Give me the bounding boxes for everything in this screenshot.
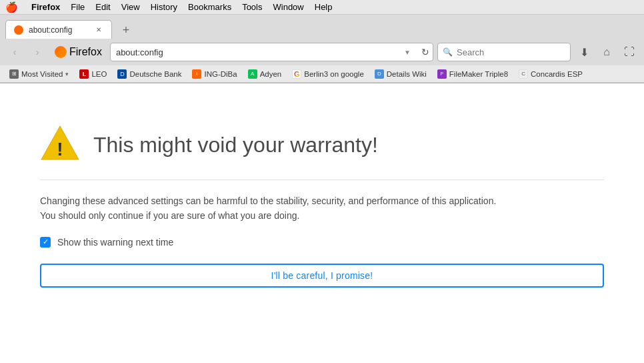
- home-icon: ⌂: [603, 46, 610, 58]
- app-name: Firefox: [31, 2, 60, 12]
- warning-title: This might void your warranty!: [93, 132, 378, 157]
- bookmark-deutsche-bank[interactable]: D Deutsche Bank: [113, 68, 185, 80]
- download-button[interactable]: ⬇: [575, 43, 593, 61]
- search-input[interactable]: [437, 43, 571, 61]
- deutsche-favicon: D: [117, 69, 127, 79]
- search-bar-container: 🔍: [437, 43, 571, 61]
- reload-button[interactable]: ↻: [421, 47, 429, 57]
- concardis-label: Concardis ESP: [531, 70, 583, 78]
- warning-triangle-icon: !: [40, 123, 80, 163]
- google-favicon: G: [292, 69, 301, 79]
- bookmark-adyen[interactable]: A Adyen: [244, 68, 286, 80]
- warning-body: Changing these advanced settings can be …: [40, 194, 547, 224]
- leo-favicon: L: [79, 69, 89, 79]
- menu-history[interactable]: History: [151, 2, 177, 12]
- expand-icon: ⛶: [624, 46, 635, 58]
- most-visited-arrow-icon: ▾: [65, 71, 69, 77]
- home-button[interactable]: ⌂: [597, 43, 616, 61]
- menu-bookmarks[interactable]: Bookmarks: [188, 2, 231, 12]
- back-button[interactable]: ‹: [5, 43, 24, 61]
- search-icon: 🔍: [443, 47, 453, 57]
- menu-tools[interactable]: Tools: [242, 2, 262, 12]
- warning-icon-wrap: !: [40, 123, 80, 166]
- tab-bar: about:config ✕ +: [0, 15, 644, 39]
- warning-body-line2: You should only continue if you are sure…: [40, 210, 299, 221]
- page-content: ! This might void your warranty! Changin…: [0, 83, 644, 363]
- svg-text:!: !: [57, 139, 63, 159]
- forward-button[interactable]: ›: [28, 43, 47, 61]
- adyen-label: Adyen: [260, 70, 282, 78]
- firefox-label: Firefox: [69, 46, 102, 58]
- menu-view[interactable]: View: [121, 2, 140, 12]
- menu-bar: 🍎 Firefox File Edit View History Bookmar…: [0, 0, 644, 15]
- warning-header: ! This might void your warranty!: [40, 123, 604, 166]
- browser-chrome: about:config ✕ + ‹ › Firefox ▼ ↻ 🔍 ⬇: [0, 15, 644, 83]
- forward-icon: ›: [36, 47, 39, 57]
- tab-favicon-icon: [14, 25, 23, 35]
- filemaker-favicon: F: [437, 69, 447, 79]
- download-icon: ⬇: [580, 46, 589, 59]
- menu-edit[interactable]: Edit: [95, 2, 110, 12]
- checkbox-label[interactable]: Show this warning next time: [57, 237, 173, 248]
- tab-title: about:config: [29, 25, 89, 35]
- bookmark-ing-diba[interactable]: i ING-DiBa: [188, 68, 241, 80]
- bookmarks-bar: ⊞ Most Visited ▾ L LEO D Deutsche Bank i…: [0, 65, 644, 83]
- menu-window[interactable]: Window: [273, 2, 304, 12]
- details-favicon: D: [375, 69, 384, 79]
- details-label: Details Wiki: [387, 70, 427, 78]
- menu-file[interactable]: File: [71, 2, 85, 12]
- warning-body-line1: Changing these advanced settings can be …: [40, 196, 496, 206]
- firefox-icon: [55, 46, 67, 58]
- apple-menu[interactable]: 🍎: [5, 1, 18, 13]
- bookmark-leo[interactable]: L LEO: [75, 68, 111, 80]
- url-bar-container: ▼ ↻: [110, 43, 433, 61]
- most-visited-label: Most Visited: [21, 70, 63, 78]
- bookmark-concardis-esp[interactable]: C Concardis ESP: [515, 68, 587, 80]
- back-icon: ‹: [13, 47, 17, 57]
- new-tab-button[interactable]: +: [117, 21, 135, 39]
- most-visited-favicon: ⊞: [9, 69, 19, 79]
- warning-divider: [40, 179, 604, 180]
- checkmark-icon: ✓: [43, 238, 49, 246]
- adyen-favicon: A: [248, 69, 257, 79]
- bookmark-berlin3-google[interactable]: G Berlin3 on google: [288, 68, 368, 80]
- ing-favicon: i: [192, 69, 201, 79]
- tab-about-config[interactable]: about:config ✕: [5, 20, 112, 39]
- filemaker-label: FileMaker Triple8: [449, 70, 508, 78]
- checkbox-row: ✓ Show this warning next time: [40, 237, 604, 248]
- deutsche-label: Deutsche Bank: [129, 70, 181, 78]
- show-warning-checkbox[interactable]: ✓: [40, 237, 51, 248]
- menu-help[interactable]: Help: [315, 2, 333, 12]
- expand-button[interactable]: ⛶: [620, 43, 639, 61]
- berlin3-label: Berlin3 on google: [304, 70, 364, 78]
- firefox-badge[interactable]: Firefox: [51, 45, 106, 59]
- url-input[interactable]: [110, 43, 433, 61]
- ing-label: ING-DiBa: [204, 70, 237, 78]
- leo-label: LEO: [91, 70, 107, 78]
- tab-close-button[interactable]: ✕: [94, 25, 103, 35]
- nav-bar: ‹ › Firefox ▼ ↻ 🔍 ⬇ ⌂ ⛶: [0, 39, 644, 65]
- concardis-favicon: C: [519, 69, 528, 79]
- url-dropdown-icon[interactable]: ▼: [404, 49, 411, 56]
- promise-button[interactable]: I'll be careful, I promise!: [40, 264, 604, 288]
- bookmark-filemaker-triple8[interactable]: F FileMaker Triple8: [433, 68, 512, 80]
- bookmark-most-visited[interactable]: ⊞ Most Visited ▾: [5, 68, 73, 80]
- bookmark-details-wiki[interactable]: D Details Wiki: [371, 68, 431, 80]
